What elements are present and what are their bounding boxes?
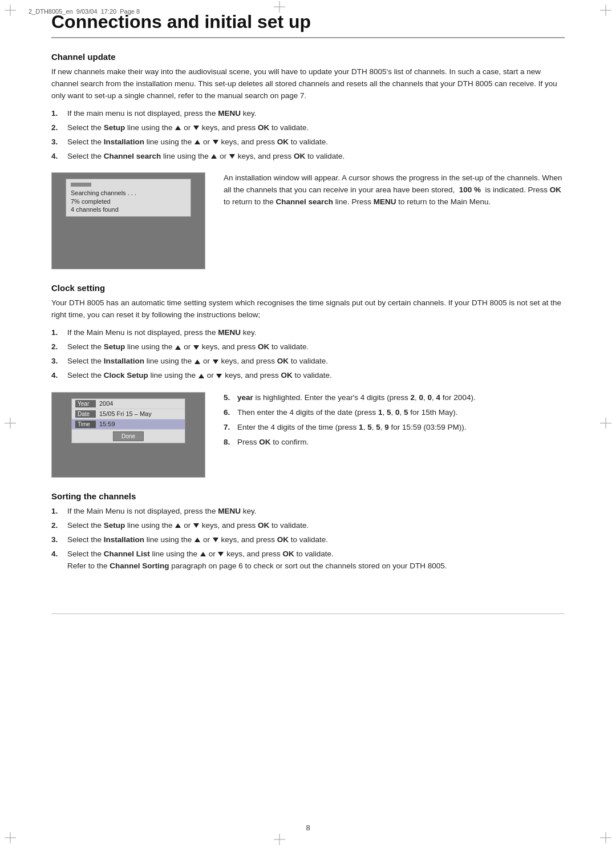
page-wrapper: 2_DTH8005_en 9/03/04 17:20 Page 8 Connec…: [0, 0, 616, 848]
sc2-time-label: Time: [75, 421, 96, 428]
corner-bl-mark: [5, 832, 16, 843]
clock-steps-5-8: 5. year is highlighted. Enter the year's…: [224, 392, 565, 451]
clock-step-3: 3. Select the Installation line using th…: [51, 356, 565, 368]
clock-step-7: 7. Enter the 4 digits of the time (press…: [224, 422, 565, 434]
clock-step-8: 8. Press OK to confirm.: [224, 437, 565, 449]
side-mark-left: [5, 418, 16, 431]
clock-step-4: 4. Select the Clock Setup line using the…: [51, 370, 565, 382]
file-label: 2_DTH8005_en: [29, 8, 73, 15]
sc1-line3: 4 channels found: [71, 206, 186, 213]
sc2-year-row: Year 2004: [72, 399, 185, 409]
sc2-watermark: ums: [107, 452, 149, 471]
page-meta: 2_DTH8005_en 9/03/04 17:20 Page 8: [29, 8, 140, 15]
sc2-time-value: 15:59: [99, 421, 115, 427]
meta-page: Page 8: [120, 8, 140, 15]
meta-time: 17:20: [101, 8, 117, 15]
corner-br-mark: [600, 832, 611, 843]
channel-update-intro: If new channels make their way into the …: [51, 66, 565, 102]
sc2-year-label: Year: [75, 400, 96, 407]
sc2-done-row: Done: [72, 430, 185, 443]
clock-steps-inline: 5. year is highlighted. Enter the year's…: [224, 392, 565, 449]
clock-setting-screenshot-inner: Year 2004 Date 15/05 Fri 15 – May Time 1…: [52, 393, 205, 477]
sorting-channels-title: Sorting the channels: [51, 491, 565, 501]
clock-step-1: 1. If the Main Menu is not displayed, pr…: [51, 327, 565, 339]
channel-update-step-4: 4. Select the Channel search line using …: [51, 151, 565, 163]
bottom-rule: [51, 613, 565, 614]
sorting-step-2: 2. Select the Setup line using the or ke…: [51, 520, 565, 532]
page-number: 8: [306, 823, 310, 832]
channel-update-title: Channel update: [51, 52, 565, 62]
clock-setting-title: Clock setting: [51, 283, 565, 293]
sorting-step-1: 1. If the Main Menu is not displayed, pr…: [51, 506, 565, 518]
channel-update-screenshot-inner: Searching channels . . . 7% completed 4 …: [52, 173, 205, 269]
sorting-step-4: 4. Select the Channel List line using th…: [51, 548, 565, 572]
meta-date: 9/03/04: [76, 8, 98, 15]
bottom-center-crosshair: [274, 834, 285, 847]
channel-update-screenshot: Searching channels . . . 7% completed 4 …: [51, 172, 205, 269]
top-center-crosshair: [274, 1, 285, 14]
corner-tl-mark: [5, 5, 16, 16]
channel-update-step-1: 1. If the main menu is not displayed, pr…: [51, 108, 565, 120]
sorting-steps: 1. If the Main Menu is not displayed, pr…: [51, 506, 565, 572]
clock-setting-steps: 1. If the Main Menu is not displayed, pr…: [51, 327, 565, 382]
clock-step-5: 5. year is highlighted. Enter the year's…: [224, 392, 565, 404]
sc2-done-btn: Done: [113, 431, 144, 441]
side-mark-right: [600, 418, 611, 431]
sc1-line2: 7% completed: [71, 198, 186, 205]
sc2-date-row: Date 15/05 Fri 15 – May: [72, 409, 185, 419]
channel-update-steps: 1. If the main menu is not displayed, pr…: [51, 108, 565, 163]
clock-step-6: 6. Then enter the 4 digits of the date (…: [224, 407, 565, 419]
sc2-date-label: Date: [75, 410, 96, 418]
sc2-year-value: 2004: [99, 400, 113, 407]
sc2-date-value: 15/05 Fri 15 – May: [99, 410, 152, 417]
sc1-watermark: ums: [103, 239, 154, 263]
clock-step-2: 2. Select the Setup line using the or ke…: [51, 341, 565, 353]
clock-setting-screenshot: Year 2004 Date 15/05 Fri 15 – May Time 1…: [51, 392, 205, 478]
corner-tr-mark: [600, 5, 611, 16]
clock-setting-intro: Your DTH 8005 has an automatic time sett…: [51, 297, 565, 321]
clock-setting-media: Year 2004 Date 15/05 Fri 15 – May Time 1…: [51, 392, 565, 478]
page-title: Connections and initial set up: [51, 11, 565, 38]
channel-update-step-3: 3. Select the Installation line using th…: [51, 136, 565, 148]
page-content: Connections and initial set up Channel u…: [0, 0, 616, 602]
sc1-line1: Searching channels . . .: [71, 189, 186, 196]
sorting-step-3: 3. Select the Installation line using th…: [51, 534, 565, 546]
channel-update-step-2: 2. Select the Setup line using the or ke…: [51, 122, 565, 134]
sc2-time-row: Time 15:59: [72, 419, 185, 430]
channel-update-description: An installation window will appear. A cu…: [224, 172, 565, 208]
channel-update-media: Searching channels . . . 7% completed 4 …: [51, 172, 565, 269]
